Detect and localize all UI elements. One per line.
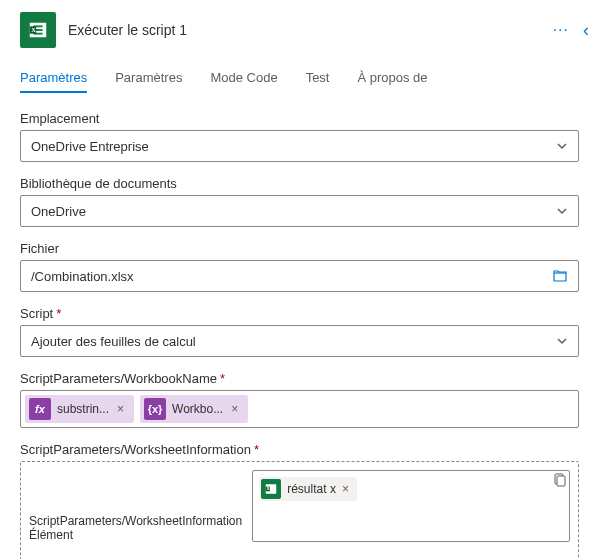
value-library: OneDrive <box>31 204 556 219</box>
token-substring-label: substrin... <box>57 402 109 416</box>
tab-about[interactable]: À propos de <box>357 70 427 93</box>
required-asterisk: * <box>56 306 61 321</box>
input-workbook-name[interactable]: fx substrin... × {x} Workbo... × <box>20 390 579 428</box>
array-item-label: ScriptParameters/WorksheetInformation Él… <box>29 514 242 542</box>
dynamic-content-icon[interactable] <box>552 472 568 488</box>
array-container: ScriptParameters/WorksheetInformation Él… <box>20 461 579 559</box>
required-asterisk: * <box>254 442 259 457</box>
svg-text:X: X <box>267 486 270 491</box>
label-script: Script * <box>20 306 579 321</box>
field-library: Bibliothèque de documents OneDrive <box>20 176 579 227</box>
value-script: Ajouter des feuilles de calcul <box>31 334 556 349</box>
more-menu[interactable]: ··· <box>553 21 569 39</box>
chevron-down-icon <box>556 205 568 217</box>
tab-parameters[interactable]: Paramètres <box>20 70 87 93</box>
select-library[interactable]: OneDrive <box>20 195 579 227</box>
label-worksheet-info: ScriptParameters/WorksheetInformation * <box>20 442 579 457</box>
tab-parameters-2[interactable]: Paramètres <box>115 70 182 93</box>
field-workbook-name: ScriptParameters/WorkbookName * fx subst… <box>20 371 579 428</box>
token-remove[interactable]: × <box>229 402 240 416</box>
token-substring[interactable]: fx substrin... × <box>25 395 134 423</box>
chevron-down-icon <box>556 140 568 152</box>
tab-code-mode[interactable]: Mode Code <box>210 70 277 93</box>
file-picker-icon[interactable] <box>552 268 568 284</box>
field-location: Emplacement OneDrive Entreprise <box>20 111 579 162</box>
label-file: Fichier <box>20 241 579 256</box>
label-workbook-name: ScriptParameters/WorkbookName * <box>20 371 579 386</box>
token-workbook-label: Workbo... <box>172 402 223 416</box>
select-script[interactable]: Ajouter des feuilles de calcul <box>20 325 579 357</box>
chip-remove[interactable]: × <box>342 482 349 496</box>
collapse-chevron-icon[interactable]: ‹ <box>583 20 589 41</box>
action-header: X Exécuter le script 1 ··· ‹ <box>20 12 579 48</box>
token-workbook[interactable]: {x} Workbo... × <box>140 395 248 423</box>
braces-icon: {x} <box>144 398 166 420</box>
field-worksheet-info: ScriptParameters/WorksheetInformation * … <box>20 442 579 559</box>
excel-icon: X <box>261 479 281 499</box>
input-file[interactable]: /Combination.xlsx <box>20 260 579 292</box>
field-script: Script * Ajouter des feuilles de calcul <box>20 306 579 357</box>
svg-rect-8 <box>557 476 565 486</box>
excel-icon: X <box>20 12 56 48</box>
action-title: Exécuter le script 1 <box>68 22 541 38</box>
chip-result[interactable]: X résultat x × <box>259 477 357 501</box>
label-location: Emplacement <box>20 111 579 126</box>
select-location[interactable]: OneDrive Entreprise <box>20 130 579 162</box>
tabs: Paramètres Paramètres Mode Code Test À p… <box>20 70 579 93</box>
chevron-down-icon <box>556 335 568 347</box>
chip-label: résultat x <box>287 482 336 496</box>
token-remove[interactable]: × <box>115 402 126 416</box>
value-location: OneDrive Entreprise <box>31 139 556 154</box>
fx-icon: fx <box>29 398 51 420</box>
value-file: /Combination.xlsx <box>31 269 546 284</box>
field-file: Fichier /Combination.xlsx <box>20 241 579 292</box>
label-library: Bibliothèque de documents <box>20 176 579 191</box>
array-item-input[interactable]: X résultat x × <box>252 470 570 542</box>
tab-test[interactable]: Test <box>306 70 330 93</box>
required-asterisk: * <box>220 371 225 386</box>
svg-text:X: X <box>31 26 36 33</box>
